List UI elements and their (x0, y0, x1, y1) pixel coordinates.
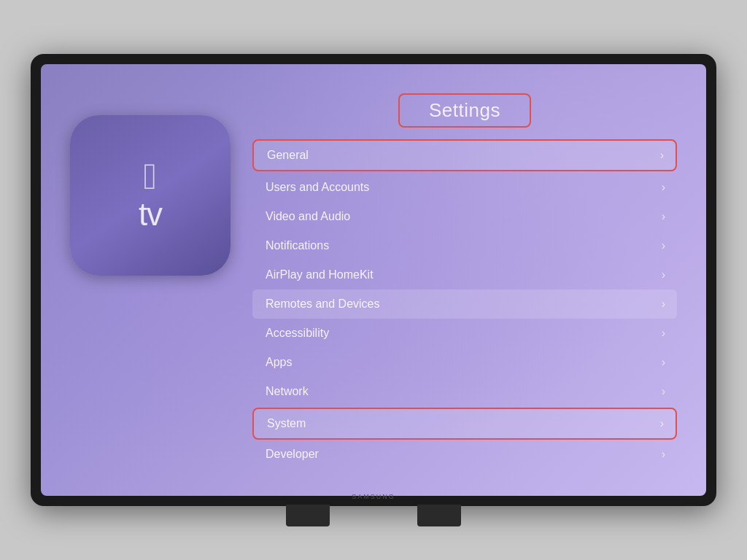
tv-stand-left (286, 505, 330, 526)
menu-item-airplay-homekit[interactable]: AirPlay and HomeKit › (252, 260, 677, 289)
menu-item-label-remotes-devices: Remotes and Devices (266, 298, 380, 311)
chevron-airplay-homekit: › (662, 268, 665, 281)
apple-icon:  (144, 158, 157, 195)
menu-item-notifications[interactable]: Notifications › (252, 231, 677, 260)
menu-item-label-users-accounts: Users and Accounts (266, 181, 369, 194)
chevron-apps: › (662, 356, 665, 369)
menu-item-label-general: General (267, 149, 309, 162)
menu-item-label-notifications: Notifications (266, 239, 329, 252)
chevron-network: › (662, 385, 665, 398)
menu-item-network[interactable]: Network › (252, 377, 677, 406)
chevron-notifications: › (662, 239, 665, 252)
menu-item-general[interactable]: General › (252, 139, 677, 171)
menu-item-apps[interactable]: Apps › (252, 348, 677, 377)
menu-item-label-developer: Developer (266, 448, 319, 461)
tv-frame:  tv Settings General › Users and Accoun… (31, 54, 716, 506)
menu-item-remotes-devices[interactable]: Remotes and Devices › (252, 289, 677, 319)
tv-screen:  tv Settings General › Users and Accoun… (41, 64, 706, 496)
menu-item-video-audio[interactable]: Video and Audio › (252, 202, 677, 231)
chevron-general: › (660, 149, 664, 162)
menu-item-users-accounts[interactable]: Users and Accounts › (252, 173, 677, 202)
menu-item-accessibility[interactable]: Accessibility › (252, 319, 677, 348)
menu-item-label-network: Network (266, 385, 309, 398)
settings-title-wrapper: Settings (398, 93, 531, 128)
chevron-system: › (660, 417, 664, 430)
menu-item-system[interactable]: System › (252, 408, 677, 440)
tv-stand-right (417, 505, 461, 526)
menu-item-label-accessibility: Accessibility (266, 327, 329, 340)
chevron-developer: › (662, 448, 665, 461)
menu-item-developer[interactable]: Developer › (252, 440, 677, 469)
menu-item-label-video-audio: Video and Audio (266, 210, 350, 223)
apple-tv-logo:  tv (70, 115, 231, 276)
menu-item-label-apps: Apps (266, 356, 292, 369)
chevron-remotes-devices: › (662, 298, 665, 311)
menu-item-label-airplay-homekit: AirPlay and HomeKit (266, 268, 374, 281)
tv-label: tv (139, 196, 162, 233)
settings-title: Settings (398, 93, 531, 128)
settings-panel: Settings General › Users and Accounts › … (252, 93, 677, 469)
chevron-video-audio: › (662, 210, 665, 223)
chevron-accessibility: › (662, 327, 665, 340)
menu-list: General › Users and Accounts › Video and… (252, 139, 677, 469)
content-area:  tv Settings General › Users and Accoun… (70, 93, 677, 469)
brand-label: SAMSUNG (352, 493, 395, 500)
chevron-users-accounts: › (662, 181, 665, 194)
menu-item-label-system: System (267, 417, 306, 430)
